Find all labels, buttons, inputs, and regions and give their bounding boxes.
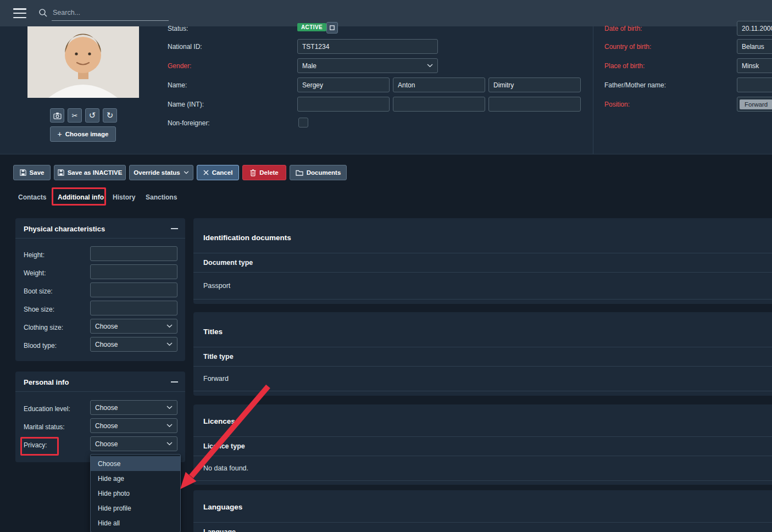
documents-button[interactable]: Documents (290, 165, 347, 180)
hamburger-menu-icon[interactable] (13, 8, 26, 18)
marital-status-select[interactable]: Choose (90, 418, 177, 433)
dropdown-option-hide-photo[interactable]: Hide photo (91, 486, 180, 501)
crop-image-button[interactable]: ✂ (68, 108, 82, 123)
privacy-value: Choose (95, 440, 118, 448)
override-status-button[interactable]: Override status (129, 165, 193, 180)
blood-type-value: Choose (95, 341, 118, 348)
column-divider (593, 26, 593, 154)
gender-select[interactable]: Male (297, 58, 438, 73)
status-label: Status: (168, 25, 188, 32)
chevron-down-icon (184, 171, 189, 174)
tab-contacts[interactable]: Contacts (18, 193, 46, 201)
square-icon (330, 25, 335, 30)
take-photo-button[interactable] (50, 108, 64, 123)
licences-title: Licences (203, 417, 235, 425)
no-data-text: No data found. (203, 464, 248, 472)
status-detail-button[interactable] (326, 22, 338, 34)
topbar (0, 0, 772, 26)
cancel-label: Cancel (212, 169, 233, 176)
name-first-input[interactable] (297, 77, 390, 92)
national-id-input[interactable] (297, 39, 438, 54)
father-mother-input[interactable] (737, 77, 772, 92)
titles-title: Titles (203, 328, 223, 336)
blood-type-label: Blood type: (24, 342, 57, 350)
search-input[interactable] (52, 4, 169, 21)
choose-image-label: Choose image (65, 131, 109, 137)
place-of-birth-input[interactable] (737, 58, 772, 73)
documents-label: Documents (307, 169, 341, 176)
date-of-birth-input[interactable] (737, 21, 772, 36)
document-type-header: Document type (193, 253, 772, 273)
dropdown-option-choose[interactable]: Choose (91, 456, 180, 471)
column-label: Title type (203, 353, 234, 361)
rotate-right-icon: ↻ (107, 110, 114, 120)
choose-image-button[interactable]: + Choose image (50, 126, 116, 142)
national-id-label: National ID: (168, 43, 202, 51)
name-int-last-input[interactable] (488, 97, 581, 112)
weight-input[interactable] (90, 264, 177, 279)
tab-history[interactable]: History (113, 193, 135, 201)
status-badge: ACTIVE (297, 23, 326, 31)
folder-icon (296, 170, 303, 176)
save-as-inactive-button[interactable]: Save as INACTIVE (54, 165, 126, 180)
rotate-right-button[interactable]: ↻ (103, 108, 117, 123)
dropdown-option-hide-age[interactable]: Hide age (91, 471, 180, 486)
clothing-size-value: Choose (95, 323, 118, 330)
camera-icon (53, 112, 62, 119)
chevron-down-icon (166, 442, 173, 446)
card-divider (15, 391, 185, 392)
height-label: Height: (24, 251, 45, 259)
delete-label: Delete (259, 169, 279, 176)
dropdown-option-hide-all[interactable]: Hide all (91, 516, 180, 530)
non-foreigner-checkbox[interactable] (298, 118, 308, 128)
chevron-down-icon (166, 406, 173, 409)
save-label: Save (30, 169, 45, 176)
rotate-left-icon: ↺ (89, 110, 96, 120)
position-field[interactable]: Forward (737, 97, 772, 112)
chevron-down-icon (166, 324, 173, 328)
weight-label: Weight: (24, 269, 46, 277)
tab-sanctions[interactable]: Sanctions (146, 193, 177, 201)
name-label: Name: (168, 81, 187, 89)
height-input[interactable] (90, 246, 177, 261)
search-icon (38, 8, 48, 18)
dropdown-option-hide-profile[interactable]: Hide profile (91, 501, 180, 516)
blood-type-select[interactable]: Choose (90, 337, 177, 352)
chevron-down-icon (166, 342, 173, 346)
rotate-left-button[interactable]: ↺ (85, 108, 99, 123)
name-int-middle-input[interactable] (393, 97, 485, 112)
collapse-icon[interactable] (171, 381, 178, 383)
column-label: Language (203, 528, 236, 532)
name-middle-input[interactable] (393, 77, 485, 92)
card-divider (15, 238, 185, 239)
collapse-icon[interactable] (171, 228, 178, 229)
privacy-dropdown: Choose Hide age Hide photo Hide profile … (90, 454, 181, 532)
privacy-label: Privacy: (24, 441, 47, 449)
document-type-cell: Passport (203, 282, 230, 290)
name-last-input[interactable] (488, 77, 581, 92)
education-level-select[interactable]: Choose (90, 400, 177, 415)
country-of-birth-label: Country of birth: (604, 43, 651, 51)
table-row[interactable]: Forward (193, 367, 772, 391)
save-icon (20, 169, 26, 176)
save-button[interactable]: Save (13, 165, 51, 180)
boot-size-input[interactable] (90, 282, 177, 297)
hamburger-bar (13, 8, 26, 10)
table-row[interactable]: Passport (193, 273, 772, 300)
country-of-birth-input[interactable] (737, 39, 772, 54)
title-type-header: Title type (193, 347, 772, 367)
hamburger-bar (13, 17, 26, 19)
name-int-first-input[interactable] (297, 97, 390, 112)
position-chip: Forward (740, 99, 772, 109)
chevron-down-icon (427, 64, 433, 68)
clothing-size-select[interactable]: Choose (90, 319, 177, 334)
privacy-select[interactable]: Choose (90, 436, 177, 451)
hamburger-bar (13, 13, 26, 14)
column-label: Licence type (203, 442, 245, 450)
cancel-button[interactable]: Cancel (197, 165, 239, 180)
tab-additional-info[interactable]: Additional info (58, 193, 104, 201)
identification-documents-title: Identification documents (203, 234, 291, 242)
delete-button[interactable]: Delete (242, 165, 286, 180)
position-label: Position: (604, 101, 630, 108)
shoe-size-input[interactable] (90, 301, 177, 315)
